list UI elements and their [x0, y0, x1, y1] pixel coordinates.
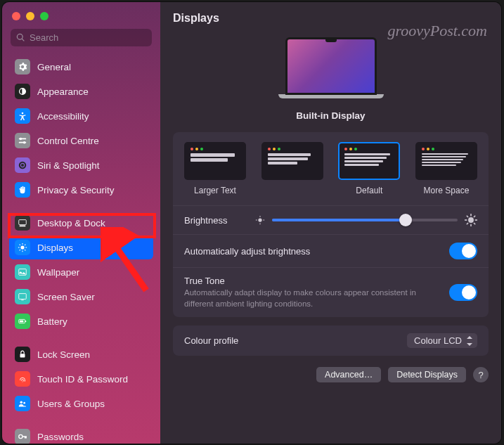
colour-profile-row: Colour profile Colour LCD — [173, 325, 489, 356]
svg-rect-23 — [25, 321, 26, 322]
scale-options: Larger Text Default More Space — [173, 132, 489, 205]
sidebar-item-control-centre[interactable]: Control Centre — [9, 129, 153, 153]
svg-point-5 — [23, 141, 26, 144]
accessibility-icon — [15, 108, 30, 124]
scale-option-default[interactable]: Default — [338, 142, 400, 195]
sidebar-item-battery[interactable]: Battery — [9, 309, 153, 333]
sidebar-item-wallpaper[interactable]: Wallpaper — [9, 260, 153, 284]
help-button[interactable]: ? — [473, 367, 489, 382]
scale-label: Default — [356, 186, 382, 195]
sidebar-item-privacy[interactable]: Privacy & Security — [9, 178, 153, 202]
battery-icon — [15, 314, 30, 329]
footer-buttons: Advanced… Detect Displays ? — [173, 364, 489, 382]
true-tone-label: True Tone — [184, 276, 423, 286]
svg-line-45 — [467, 216, 468, 217]
svg-point-26 — [20, 401, 23, 404]
display-preview: Built-in Display — [173, 32, 489, 124]
key-icon — [15, 429, 30, 444]
sidebar-item-label: General — [37, 62, 71, 72]
detect-displays-button[interactable]: Detect Displays — [388, 367, 466, 382]
sidebar-item-label: Control Centre — [37, 136, 99, 146]
sidebar-list: General Appearance Accessibility Control… — [2, 55, 160, 444]
sidebar-item-label: Accessibility — [37, 111, 89, 122]
search-input[interactable]: Search — [11, 29, 152, 46]
svg-rect-9 — [20, 226, 26, 227]
main-panel: Displays Built-in Display Larger Text — [160, 2, 501, 444]
brightness-label: Brightness — [184, 215, 227, 226]
sidebar-item-passwords[interactable]: Passwords — [9, 425, 153, 444]
svg-line-16 — [25, 250, 25, 250]
sidebar-item-users-groups[interactable]: Users & Groups — [9, 392, 153, 415]
svg-point-28 — [19, 434, 22, 438]
sidebar-item-appearance[interactable]: Appearance — [9, 79, 153, 103]
gear-icon — [15, 59, 30, 75]
sidebar-item-label: Appearance — [37, 86, 89, 97]
scale-option-2[interactable] — [261, 142, 323, 195]
svg-point-27 — [23, 402, 25, 404]
sidebar-item-desktop-dock[interactable]: Desktop & Dock — [9, 211, 153, 235]
sidebar-item-siri[interactable]: Siri & Spotlight — [9, 153, 153, 177]
main-header: Displays — [160, 2, 501, 32]
users-icon — [15, 396, 30, 411]
sidebar-item-general[interactable]: General — [9, 55, 153, 79]
true-tone-desc: Automatically adapt display to make colo… — [184, 288, 423, 309]
svg-rect-20 — [19, 294, 27, 299]
sun-large-icon — [465, 214, 477, 226]
svg-point-10 — [20, 245, 24, 249]
system-settings-window: Search General Appearance Accessibility … — [2, 2, 501, 444]
svg-point-4 — [20, 138, 22, 141]
wallpaper-icon — [15, 264, 30, 280]
sidebar-item-label: Displays — [37, 243, 73, 253]
sidebar-item-lock-screen[interactable]: Lock Screen — [9, 342, 153, 366]
sidebar-item-label: Touch ID & Password — [37, 374, 128, 385]
chevron-updown-icon — [466, 336, 473, 346]
svg-line-48 — [474, 216, 475, 217]
true-tone-row: True Tone Automatically adapt display to… — [173, 267, 489, 317]
window-controls — [2, 9, 160, 29]
scale-label: Larger Text — [194, 186, 236, 195]
colour-profile-value: Colour LCD — [414, 335, 462, 346]
svg-rect-25 — [20, 354, 25, 357]
sidebar-item-label: Wallpaper — [37, 267, 79, 278]
svg-point-1 — [22, 112, 24, 115]
scale-label: More Space — [424, 186, 470, 195]
scale-option-larger-text[interactable]: Larger Text — [184, 142, 246, 195]
sidebar-item-screen-saver[interactable]: Screen Saver — [9, 285, 153, 309]
sidebar-item-label: Screen Saver — [37, 292, 95, 302]
close-button[interactable] — [12, 12, 20, 20]
screen-saver-icon — [15, 289, 30, 304]
colour-profile-select[interactable]: Colour LCD — [407, 333, 477, 348]
sidebar-item-accessibility[interactable]: Accessibility — [9, 104, 153, 128]
search-placeholder: Search — [30, 32, 58, 43]
zoom-button[interactable] — [40, 12, 49, 20]
auto-brightness-label: Automatically adjust brightness — [184, 246, 310, 257]
sidebar-item-label: Battery — [37, 316, 67, 327]
sidebar-item-label: Siri & Spotlight — [37, 160, 100, 171]
svg-line-46 — [474, 223, 475, 224]
svg-point-35 — [259, 218, 262, 221]
display-icon — [15, 240, 30, 255]
sidebar-item-displays[interactable]: Displays — [9, 236, 153, 259]
sidebar-item-label: Privacy & Security — [37, 185, 115, 195]
page-title: Displays — [173, 12, 219, 25]
scale-option-more-space[interactable]: More Space — [415, 142, 477, 195]
siri-icon — [15, 157, 30, 173]
brightness-slider[interactable] — [255, 214, 477, 226]
sidebar-item-label: Lock Screen — [37, 349, 90, 360]
search-icon — [16, 33, 25, 42]
auto-brightness-row: Automatically adjust brightness — [173, 234, 489, 267]
sidebar-item-label: Desktop & Dock — [37, 218, 105, 228]
svg-line-47 — [467, 223, 468, 224]
appearance-icon — [15, 84, 30, 99]
true-tone-toggle[interactable] — [449, 284, 477, 301]
svg-point-6 — [19, 162, 27, 169]
sidebar-item-touch-id[interactable]: Touch ID & Password — [9, 367, 153, 391]
colour-profile-panel: Colour profile Colour LCD — [173, 325, 489, 356]
lock-icon — [15, 347, 30, 362]
auto-brightness-toggle[interactable] — [449, 243, 477, 259]
colour-profile-label: Colour profile — [184, 335, 238, 346]
advanced-button[interactable]: Advanced… — [316, 367, 381, 382]
resolution-panel: Larger Text Default More Space — [173, 132, 489, 317]
fingerprint-icon — [15, 371, 30, 387]
minimize-button[interactable] — [26, 12, 34, 20]
